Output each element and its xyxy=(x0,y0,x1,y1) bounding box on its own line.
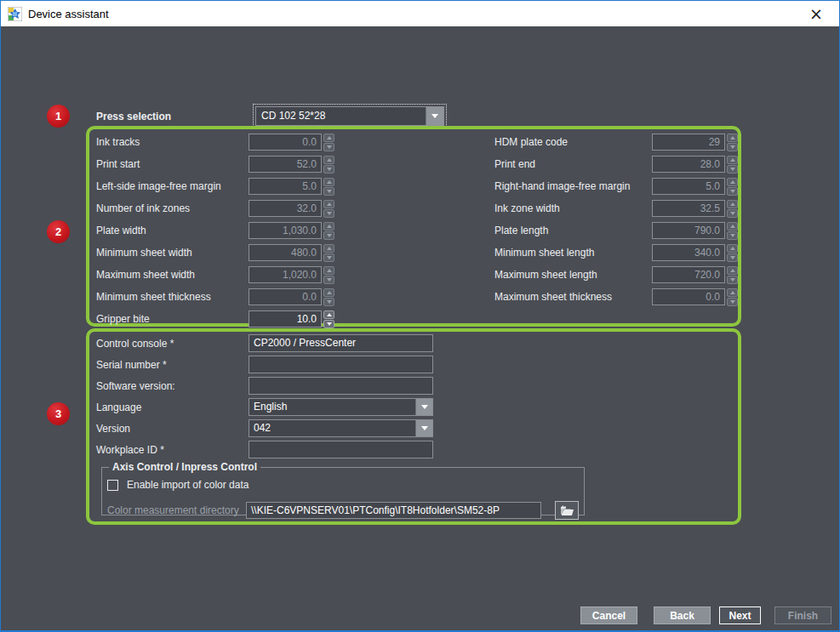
language-combobox[interactable]: English xyxy=(249,398,433,416)
gripper-bite-label: Gripper bite xyxy=(96,313,249,325)
number-of-ink-zones-label: Number of ink zones xyxy=(96,202,249,214)
plate-length-label: Plate length xyxy=(494,225,652,236)
maximum-sheet-thickness-input[interactable]: 0.0 xyxy=(652,288,725,305)
press-selection-combobox[interactable]: CD 102 52*28 xyxy=(255,106,444,126)
spinner-up-button[interactable] xyxy=(727,266,738,275)
parameter-row: Left-side image-free margin5.0 xyxy=(96,175,334,197)
spinner-down-button[interactable] xyxy=(727,209,738,218)
browse-directory-button[interactable] xyxy=(555,501,579,520)
spinner xyxy=(323,134,334,151)
serial-number-input[interactable] xyxy=(249,356,433,373)
spinner-down-button[interactable] xyxy=(323,143,334,151)
minimum-sheet-width-input[interactable]: 480.0 xyxy=(249,244,322,261)
version-dropdown-button[interactable] xyxy=(415,420,432,436)
spinner-down-button[interactable] xyxy=(727,276,738,284)
arrow-down-icon xyxy=(730,168,735,171)
arrow-down-icon xyxy=(730,256,735,259)
right-hand-image-free-margin-input[interactable]: 5.0 xyxy=(652,178,725,195)
spinner-down-button[interactable] xyxy=(323,231,334,240)
spinner-down-button[interactable] xyxy=(323,320,334,328)
minimum-sheet-length-input[interactable]: 340.0 xyxy=(652,244,725,261)
spinner-up-button[interactable] xyxy=(323,266,334,275)
print-start-input[interactable]: 52.0 xyxy=(249,156,322,173)
spinner-down-button[interactable] xyxy=(323,187,334,196)
ink-zone-width-input[interactable]: 32.5 xyxy=(652,200,725,217)
spinner-down-button[interactable] xyxy=(323,209,334,218)
close-button[interactable]: × xyxy=(802,3,831,25)
language-dropdown-button[interactable] xyxy=(415,399,432,415)
back-button[interactable]: Back xyxy=(654,606,711,624)
software-version-input[interactable] xyxy=(249,377,433,395)
spinner-down-button[interactable] xyxy=(727,231,738,240)
spinner-down-button[interactable] xyxy=(323,276,334,284)
finish-button[interactable]: Finish xyxy=(774,606,831,624)
spinner-up-button[interactable] xyxy=(727,178,738,186)
maximum-sheet-width-label: Maximum sheet width xyxy=(96,269,249,281)
arrow-down-icon xyxy=(327,145,332,149)
spinner-up-button[interactable] xyxy=(727,244,738,253)
press-selection-dropdown-button[interactable] xyxy=(426,107,443,125)
print-end-input[interactable]: 28.0 xyxy=(652,156,725,173)
ink-tracks-input[interactable]: 0.0 xyxy=(249,134,322,151)
spinner-up-button[interactable] xyxy=(323,200,334,208)
spinner-down-button[interactable] xyxy=(727,187,738,196)
spinner-down-button[interactable] xyxy=(727,143,738,151)
cancel-button[interactable]: Cancel xyxy=(580,606,637,624)
enable-color-import-checkbox[interactable] xyxy=(107,480,118,491)
spinner-down-button[interactable] xyxy=(323,298,334,306)
step-badge-3: 3 xyxy=(47,402,70,425)
maximum-sheet-length-input[interactable]: 720.0 xyxy=(652,266,725,283)
gripper-bite-input[interactable]: 10.0 xyxy=(249,310,322,327)
next-button[interactable]: Next xyxy=(719,606,761,624)
software-version-label: Software version: xyxy=(96,380,249,392)
spinner-up-button[interactable] xyxy=(727,134,738,142)
plate-width-input[interactable]: 1,030.0 xyxy=(249,222,322,239)
spinner-up-button[interactable] xyxy=(323,178,334,186)
hdm-plate-code-input[interactable]: 29 xyxy=(652,134,725,151)
minimum-sheet-width-label: Minimum sheet width xyxy=(96,247,249,259)
arrow-down-icon xyxy=(730,190,735,193)
spinner-up-button[interactable] xyxy=(727,222,738,231)
maximum-sheet-width-input[interactable]: 1,020.0 xyxy=(249,266,322,283)
spinner-up-button[interactable] xyxy=(323,134,334,142)
spinner-up-button[interactable] xyxy=(323,288,334,297)
serial-number-label: Serial number * xyxy=(96,359,249,371)
color-measurement-directory-input[interactable]: \\KIE-C6VPNSERV01\PTConfig\IT8Hotfolder\… xyxy=(246,502,541,519)
spinner-up-button[interactable] xyxy=(727,288,738,297)
left-side-image-free-margin-input[interactable]: 5.0 xyxy=(249,178,322,195)
plate-length-input[interactable]: 790.0 xyxy=(652,222,725,239)
arrow-up-icon xyxy=(327,269,332,272)
spinner-down-button[interactable] xyxy=(323,253,334,262)
arrow-down-icon xyxy=(730,278,735,282)
parameter-row: Maximum sheet length720.0 xyxy=(494,264,738,286)
spinner-up-button[interactable] xyxy=(323,222,334,231)
spinner-down-button[interactable] xyxy=(323,165,334,174)
spinner-down-button[interactable] xyxy=(727,253,738,262)
arrow-up-icon xyxy=(327,225,332,228)
arrow-up-icon xyxy=(730,291,735,294)
arrow-up-icon xyxy=(730,136,735,139)
arrow-up-icon xyxy=(730,247,735,250)
version-combobox[interactable]: 042 xyxy=(249,419,433,437)
ink-tracks-label: Ink tracks xyxy=(96,136,249,148)
spinner-up-button[interactable] xyxy=(323,156,334,164)
color-measurement-directory-label: Color measurement directory xyxy=(107,504,246,516)
spinner-up-button[interactable] xyxy=(323,310,334,319)
spinner-up-button[interactable] xyxy=(727,200,738,208)
axis-control-fieldset: Axis Control / Inpress Control Enable im… xyxy=(101,461,585,515)
spinner xyxy=(727,288,738,306)
spinner-down-button[interactable] xyxy=(727,298,738,306)
spinner xyxy=(323,244,334,262)
open-folder-icon xyxy=(559,504,574,516)
minimum-sheet-thickness-input[interactable]: 0.0 xyxy=(249,288,322,305)
spinner-up-button[interactable] xyxy=(323,244,334,253)
console-fields-column: Control console *CP2000 / PressCenterSer… xyxy=(96,333,433,460)
arrow-up-icon xyxy=(730,202,735,206)
number-of-ink-zones-input[interactable]: 32.0 xyxy=(249,200,322,217)
spinner-up-button[interactable] xyxy=(727,156,738,164)
control-console-input[interactable]: CP2000 / PressCenter xyxy=(249,334,433,352)
workplace-id-input[interactable] xyxy=(249,441,433,458)
spinner-down-button[interactable] xyxy=(727,165,738,174)
console-row: Workplace ID * xyxy=(96,439,433,460)
arrow-up-icon xyxy=(327,291,332,294)
